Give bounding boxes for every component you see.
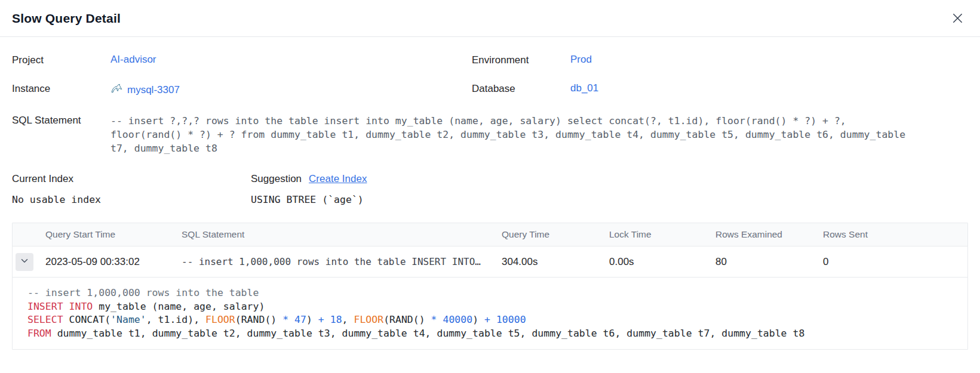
sql-statement-text: -- insert ?,?,? rows into the table inse… <box>110 114 914 155</box>
environment-value: Prod <box>570 54 968 66</box>
slow-query-table: Query Start Time SQL Statement Query Tim… <box>12 223 968 350</box>
cell-rows-sent: 0 <box>823 256 967 268</box>
expanded-sql-code: -- insert 1,000,000 rows into the tableI… <box>27 286 966 340</box>
sql-statement-label: SQL Statement <box>12 114 110 127</box>
environment-label: Environment <box>472 54 570 66</box>
instance-link[interactable]: mysql-3307 <box>127 84 180 96</box>
database-link[interactable]: db_01 <box>570 82 598 94</box>
page-title: Slow Query Detail <box>12 11 121 26</box>
cell-query-start-time: 2023-05-09 00:33:02 <box>45 256 182 268</box>
query-info-section: Project AI-advisor Environment Prod Inst… <box>12 54 968 155</box>
mysql-dolphin-icon <box>110 82 123 98</box>
table-row[interactable]: 2023-05-09 00:33:02 -- insert 1,000,000 … <box>13 246 967 278</box>
current-index-label: Current Index <box>12 172 251 185</box>
close-button[interactable] <box>948 9 967 27</box>
column-header-query-start-time: Query Start Time <box>45 229 182 240</box>
project-label: Project <box>12 54 110 66</box>
slow-query-detail-modal: Slow Query Detail Project AI-advisor Env… <box>0 0 980 373</box>
cell-lock-time: 0.00s <box>609 256 715 268</box>
database-label: Database <box>472 82 570 95</box>
create-index-link[interactable]: Create Index <box>309 173 367 185</box>
modal-header: Slow Query Detail <box>0 0 980 37</box>
code-line: SELECT CONCAT('Name', t1.id), FLOOR(RAND… <box>27 313 966 327</box>
table-header-row: Query Start Time SQL Statement Query Tim… <box>13 223 967 246</box>
suggestion-label: Suggestion <box>251 172 302 185</box>
suggestion-header: Suggestion Create Index <box>251 172 968 185</box>
cell-query-time: 304.00s <box>502 256 609 268</box>
cell-sql-statement: -- insert 1,000,000 rows into the table … <box>182 256 502 267</box>
cell-rows-examined: 80 <box>715 256 823 268</box>
code-line: INSERT INTO my_table (name, age, salary) <box>27 300 966 314</box>
column-header-lock-time: Lock Time <box>609 229 715 240</box>
suggestion-value: USING BTREE (`age`) <box>251 194 968 205</box>
current-index-value: No usable index <box>12 194 251 205</box>
expanded-row: -- insert 1,000,000 rows into the tableI… <box>13 278 967 349</box>
close-icon <box>951 18 964 27</box>
project-link[interactable]: AI-advisor <box>110 54 156 65</box>
chevron-down-icon <box>19 255 30 268</box>
column-header-rows-examined: Rows Examined <box>715 229 823 240</box>
code-line: -- insert 1,000,000 rows into the table <box>27 286 966 300</box>
environment-link[interactable]: Prod <box>570 54 592 65</box>
instance-label: Instance <box>12 82 110 95</box>
column-header-query-time: Query Time <box>502 229 609 240</box>
project-value: AI-advisor <box>110 54 472 66</box>
collapse-row-button[interactable] <box>16 253 33 271</box>
instance-value: mysql-3307 <box>110 82 472 98</box>
modal-body: Project AI-advisor Environment Prod Inst… <box>0 37 980 350</box>
index-section: Current Index Suggestion Create Index No… <box>12 172 968 205</box>
database-value: db_01 <box>570 82 968 94</box>
column-header-sql-statement: SQL Statement <box>182 229 502 240</box>
column-header-rows-sent: Rows Sent <box>823 229 967 240</box>
expander-cell <box>13 253 45 271</box>
code-line: FROM dummy_table t1, dummy_table t2, dum… <box>27 327 966 341</box>
